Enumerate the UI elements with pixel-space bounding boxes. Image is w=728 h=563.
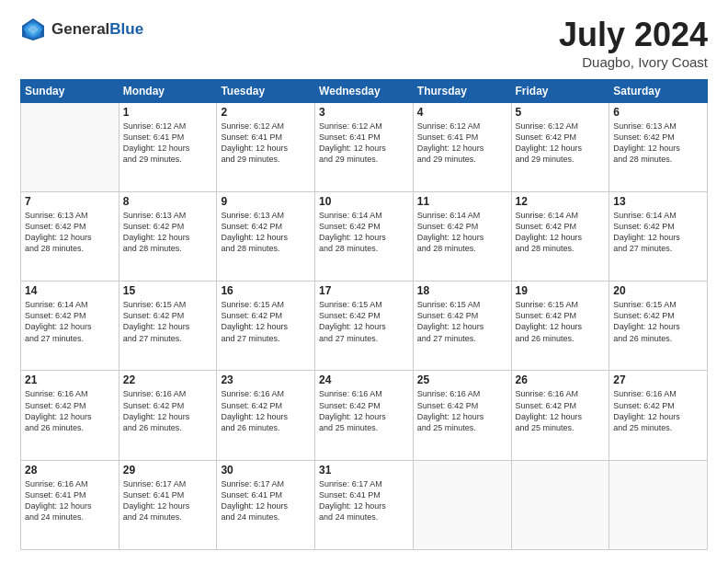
calendar-cell: 5Sunrise: 6:12 AM Sunset: 6:42 PM Daylig…	[511, 102, 609, 191]
calendar-cell: 15Sunrise: 6:15 AM Sunset: 6:42 PM Dayli…	[119, 282, 217, 371]
weekday-header: Friday	[511, 79, 609, 102]
day-info: Sunrise: 6:16 AM Sunset: 6:41 PM Dayligh…	[25, 478, 115, 523]
calendar-cell: 13Sunrise: 6:14 AM Sunset: 6:42 PM Dayli…	[609, 191, 708, 281]
day-info: Sunrise: 6:14 AM Sunset: 6:42 PM Dayligh…	[319, 210, 409, 255]
calendar-cell: 8Sunrise: 6:13 AM Sunset: 6:42 PM Daylig…	[119, 191, 217, 281]
calendar-cell: 29Sunrise: 6:17 AM Sunset: 6:41 PM Dayli…	[119, 460, 217, 549]
day-info: Sunrise: 6:13 AM Sunset: 6:42 PM Dayligh…	[221, 210, 311, 255]
calendar-cell: 7Sunrise: 6:13 AM Sunset: 6:42 PM Daylig…	[21, 191, 119, 281]
day-info: Sunrise: 6:13 AM Sunset: 6:42 PM Dayligh…	[613, 121, 703, 166]
calendar-cell: 23Sunrise: 6:16 AM Sunset: 6:42 PM Dayli…	[217, 371, 315, 460]
day-number: 16	[221, 284, 311, 297]
day-info: Sunrise: 6:13 AM Sunset: 6:42 PM Dayligh…	[25, 210, 115, 255]
calendar-cell: 21Sunrise: 6:16 AM Sunset: 6:42 PM Dayli…	[21, 371, 119, 460]
day-number: 5	[516, 106, 606, 119]
day-number: 26	[516, 373, 606, 386]
day-number: 15	[123, 284, 213, 297]
day-info: Sunrise: 6:17 AM Sunset: 6:41 PM Dayligh…	[123, 478, 213, 523]
day-info: Sunrise: 6:15 AM Sunset: 6:42 PM Dayligh…	[417, 299, 507, 344]
logo-general: General	[51, 20, 109, 38]
calendar-cell: 2Sunrise: 6:12 AM Sunset: 6:41 PM Daylig…	[217, 102, 315, 191]
day-number: 25	[417, 373, 507, 386]
day-number: 19	[516, 284, 606, 297]
day-info: Sunrise: 6:12 AM Sunset: 6:41 PM Dayligh…	[417, 121, 507, 166]
day-number: 10	[319, 195, 409, 208]
day-number: 12	[516, 195, 606, 208]
weekday-header: Sunday	[21, 79, 119, 102]
day-info: Sunrise: 6:16 AM Sunset: 6:42 PM Dayligh…	[25, 388, 115, 433]
calendar-cell: 19Sunrise: 6:15 AM Sunset: 6:42 PM Dayli…	[511, 282, 609, 371]
calendar-cell	[609, 460, 708, 549]
day-number: 14	[25, 284, 115, 297]
day-info: Sunrise: 6:16 AM Sunset: 6:42 PM Dayligh…	[516, 388, 606, 433]
day-number: 4	[417, 106, 507, 119]
calendar-cell: 31Sunrise: 6:17 AM Sunset: 6:41 PM Dayli…	[315, 460, 414, 549]
calendar-table: SundayMondayTuesdayWednesdayThursdayFrid…	[20, 79, 708, 550]
day-number: 1	[123, 106, 213, 119]
calendar-week-row: 1Sunrise: 6:12 AM Sunset: 6:41 PM Daylig…	[21, 102, 708, 191]
day-info: Sunrise: 6:16 AM Sunset: 6:42 PM Dayligh…	[417, 388, 507, 433]
header: GeneralBlue July 2024 Duagbo, Ivory Coas…	[20, 17, 708, 70]
calendar-cell: 16Sunrise: 6:15 AM Sunset: 6:42 PM Dayli…	[217, 282, 315, 371]
calendar-cell	[21, 102, 119, 191]
calendar-cell: 26Sunrise: 6:16 AM Sunset: 6:42 PM Dayli…	[511, 371, 609, 460]
day-number: 22	[123, 373, 213, 386]
day-number: 8	[123, 195, 213, 208]
day-info: Sunrise: 6:13 AM Sunset: 6:42 PM Dayligh…	[123, 210, 213, 255]
calendar-cell: 20Sunrise: 6:15 AM Sunset: 6:42 PM Dayli…	[609, 282, 708, 371]
calendar-cell: 28Sunrise: 6:16 AM Sunset: 6:41 PM Dayli…	[21, 460, 119, 549]
calendar-week-row: 14Sunrise: 6:14 AM Sunset: 6:42 PM Dayli…	[21, 282, 708, 371]
day-number: 9	[221, 195, 311, 208]
day-number: 6	[613, 106, 703, 119]
calendar-cell: 14Sunrise: 6:14 AM Sunset: 6:42 PM Dayli…	[21, 282, 119, 371]
title-block: July 2024 Duagbo, Ivory Coast	[559, 17, 708, 70]
day-info: Sunrise: 6:16 AM Sunset: 6:42 PM Dayligh…	[123, 388, 213, 433]
weekday-header: Thursday	[413, 79, 511, 102]
day-info: Sunrise: 6:16 AM Sunset: 6:42 PM Dayligh…	[613, 388, 703, 433]
day-number: 29	[123, 464, 213, 477]
day-number: 24	[319, 373, 409, 386]
calendar-week-row: 28Sunrise: 6:16 AM Sunset: 6:41 PM Dayli…	[21, 460, 708, 549]
calendar-cell: 1Sunrise: 6:12 AM Sunset: 6:41 PM Daylig…	[119, 102, 217, 191]
weekday-header: Saturday	[609, 79, 708, 102]
day-info: Sunrise: 6:15 AM Sunset: 6:42 PM Dayligh…	[319, 299, 409, 344]
calendar-header-row: SundayMondayTuesdayWednesdayThursdayFrid…	[21, 79, 708, 102]
day-info: Sunrise: 6:14 AM Sunset: 6:42 PM Dayligh…	[516, 210, 606, 255]
day-info: Sunrise: 6:12 AM Sunset: 6:41 PM Dayligh…	[221, 121, 311, 166]
day-number: 18	[417, 284, 507, 297]
logo-blue: Blue	[109, 20, 143, 38]
day-info: Sunrise: 6:12 AM Sunset: 6:42 PM Dayligh…	[516, 121, 606, 166]
logo-text: GeneralBlue	[51, 21, 143, 39]
page: GeneralBlue July 2024 Duagbo, Ivory Coas…	[0, 0, 728, 563]
day-number: 13	[613, 195, 703, 208]
weekday-header: Monday	[119, 79, 217, 102]
calendar-cell: 30Sunrise: 6:17 AM Sunset: 6:41 PM Dayli…	[217, 460, 315, 549]
calendar-cell: 9Sunrise: 6:13 AM Sunset: 6:42 PM Daylig…	[217, 191, 315, 281]
calendar-cell	[511, 460, 609, 549]
logo: GeneralBlue	[20, 17, 143, 42]
calendar-cell: 11Sunrise: 6:14 AM Sunset: 6:42 PM Dayli…	[413, 191, 511, 281]
day-number: 2	[221, 106, 311, 119]
day-info: Sunrise: 6:16 AM Sunset: 6:42 PM Dayligh…	[319, 388, 409, 433]
month-title: July 2024	[559, 17, 708, 53]
calendar-week-row: 21Sunrise: 6:16 AM Sunset: 6:42 PM Dayli…	[21, 371, 708, 460]
weekday-header: Tuesday	[217, 79, 315, 102]
calendar-cell: 10Sunrise: 6:14 AM Sunset: 6:42 PM Dayli…	[315, 191, 414, 281]
day-info: Sunrise: 6:15 AM Sunset: 6:42 PM Dayligh…	[221, 299, 311, 344]
calendar-cell: 4Sunrise: 6:12 AM Sunset: 6:41 PM Daylig…	[413, 102, 511, 191]
day-number: 21	[25, 373, 115, 386]
day-number: 7	[25, 195, 115, 208]
day-info: Sunrise: 6:15 AM Sunset: 6:42 PM Dayligh…	[516, 299, 606, 344]
day-number: 30	[221, 464, 311, 477]
location: Duagbo, Ivory Coast	[559, 54, 708, 70]
calendar-cell: 6Sunrise: 6:13 AM Sunset: 6:42 PM Daylig…	[609, 102, 708, 191]
day-info: Sunrise: 6:12 AM Sunset: 6:41 PM Dayligh…	[319, 121, 409, 166]
calendar-cell: 3Sunrise: 6:12 AM Sunset: 6:41 PM Daylig…	[315, 102, 414, 191]
calendar-cell: 27Sunrise: 6:16 AM Sunset: 6:42 PM Dayli…	[609, 371, 708, 460]
calendar-cell: 18Sunrise: 6:15 AM Sunset: 6:42 PM Dayli…	[413, 282, 511, 371]
day-info: Sunrise: 6:14 AM Sunset: 6:42 PM Dayligh…	[25, 299, 115, 344]
calendar-cell: 12Sunrise: 6:14 AM Sunset: 6:42 PM Dayli…	[511, 191, 609, 281]
day-number: 3	[319, 106, 409, 119]
calendar-week-row: 7Sunrise: 6:13 AM Sunset: 6:42 PM Daylig…	[21, 191, 708, 281]
calendar-cell: 24Sunrise: 6:16 AM Sunset: 6:42 PM Dayli…	[315, 371, 414, 460]
